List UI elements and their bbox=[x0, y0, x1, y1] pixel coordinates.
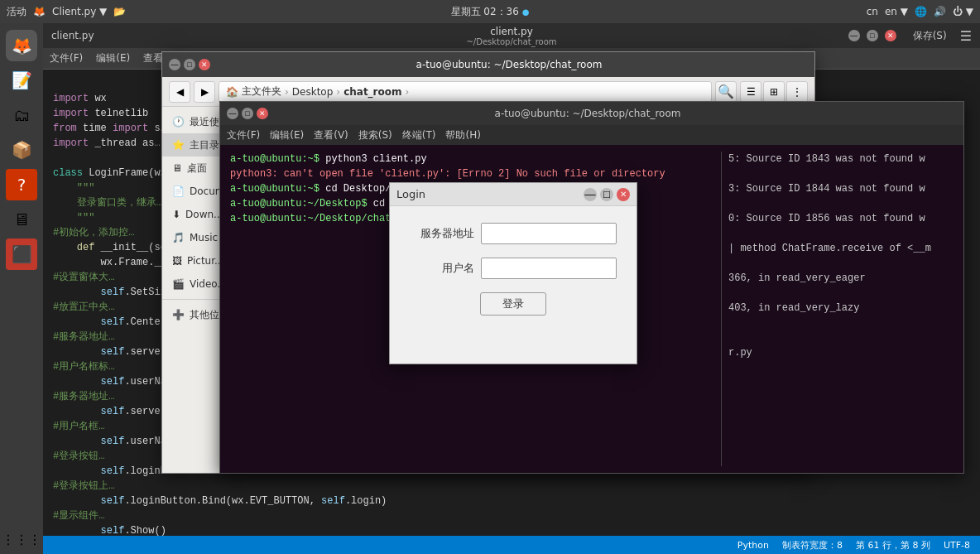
taskbar-files[interactable]: 🗂 bbox=[6, 99, 37, 131]
fm-list-view-btn[interactable]: ☰ bbox=[740, 81, 761, 103]
terminal-titlebar: — □ ✕ a-tuo@ubuntu: ~/Desktop/chat_room bbox=[220, 102, 963, 125]
filemanager-titlebar: — □ ✕ a-tuo@ubuntu: ~/Desktop/chat_room bbox=[162, 52, 814, 77]
fm-search-btn[interactable]: 🔍 bbox=[715, 81, 737, 103]
fm-view-buttons: ☰ ⊞ ⋮ bbox=[740, 81, 808, 103]
editor-titlebar-right: — □ ✕ 保存(S) ☰ bbox=[848, 28, 972, 44]
desktop-icon: 🖥 bbox=[172, 162, 182, 174]
breadcrumb-home-icon: 🏠 bbox=[226, 86, 238, 98]
editor-titlebar-left: client.py bbox=[51, 30, 94, 41]
terminal-menu-terminal[interactable]: 终端(T) bbox=[402, 128, 436, 142]
active-app-label: Client.py ▼ bbox=[52, 6, 107, 17]
terminal-cmd-2: cd Desktop/ bbox=[325, 183, 391, 195]
status-encoding: UTF-8 bbox=[944, 540, 970, 551]
status-bar: Python 制表符宽度：8 第 61 行，第 8 列 UTF-8 bbox=[43, 536, 980, 554]
breadcrumb-desktop[interactable]: Desktop bbox=[292, 86, 334, 98]
terminal-error-1: python3: can't open file 'client.py': [E… bbox=[230, 166, 714, 181]
taskbar-apps-grid[interactable]: ⋮⋮⋮ bbox=[2, 532, 41, 547]
pictures-label: Pictur... bbox=[187, 255, 224, 267]
system-time: 星期五 02：36 bbox=[451, 6, 519, 17]
terminal-right-line-12 bbox=[728, 316, 954, 330]
terminal-right-line-5: 0: Source ID 1856 was not found w bbox=[728, 211, 954, 226]
breadcrumb-home[interactable]: 主文件夹 bbox=[242, 84, 281, 99]
login-submit-button[interactable]: 登录 bbox=[480, 292, 546, 316]
layout-indicator[interactable]: en ▼ bbox=[885, 6, 908, 17]
editor-maximize-btn[interactable]: □ bbox=[867, 30, 878, 41]
lang-indicator[interactable]: cn bbox=[867, 6, 878, 17]
terminal-right-line-6 bbox=[728, 226, 954, 241]
terminal-menu-help[interactable]: 帮助(H) bbox=[445, 128, 480, 142]
terminal-title: a-tuo@ubuntu: ~/Desktop/chat_room bbox=[495, 108, 681, 119]
menu-edit[interactable]: 编辑(E) bbox=[96, 51, 130, 65]
taskbar-editor[interactable]: 📝 bbox=[6, 65, 37, 96]
activities-label[interactable]: 活动 bbox=[7, 5, 26, 19]
editor-titlebar: client.py client.py ~/Desktop/chat_room … bbox=[43, 23, 980, 48]
login-username-input[interactable] bbox=[481, 258, 617, 279]
terminal-maximize-btn[interactable]: □ bbox=[242, 108, 253, 119]
terminal-prompt-4: a-tuo@ubuntu:~/Desktop/chat bbox=[230, 213, 391, 224]
login-button-row: 登录 bbox=[410, 292, 617, 322]
terminal-menu-view[interactable]: 查看(V) bbox=[314, 128, 348, 142]
taskbar-software[interactable]: 📦 bbox=[6, 134, 37, 166]
fm-grid-view-btn[interactable]: ⊞ bbox=[763, 81, 785, 103]
terminal-right-line-1: 5: Source ID 1843 was not found w bbox=[728, 152, 954, 166]
terminal-prompt-2: a-tuo@ubuntu:~$ bbox=[230, 183, 325, 195]
login-body: 服务器地址 用户名 登录 bbox=[390, 206, 637, 364]
fm-close-btn[interactable]: ✕ bbox=[199, 59, 210, 70]
fm-forward-btn[interactable]: ▶ bbox=[194, 81, 215, 103]
terminal-menu-search[interactable]: 搜索(S) bbox=[358, 128, 392, 142]
editor-close-btn[interactable]: ✕ bbox=[885, 30, 896, 41]
status-position: 第 61 行，第 8 列 bbox=[856, 539, 930, 552]
terminal-prompt-1: a-tuo@ubuntu:~$ bbox=[230, 153, 325, 165]
fm-title: a-tuo@ubuntu: ~/Desktop/chat_room bbox=[416, 59, 603, 70]
fm-titlebar-buttons: — □ ✕ bbox=[169, 59, 210, 70]
status-tab: 制表符宽度：8 bbox=[782, 539, 843, 552]
login-minimize-btn[interactable]: — bbox=[584, 188, 597, 201]
fm-maximize-btn[interactable]: □ bbox=[184, 59, 195, 70]
status-lang: Python bbox=[737, 540, 769, 551]
login-close-btn[interactable]: ✕ bbox=[617, 188, 630, 201]
login-maximize-btn[interactable]: □ bbox=[600, 188, 613, 201]
terminal-right-line-4 bbox=[728, 196, 954, 211]
login-server-label: 服务器地址 bbox=[410, 226, 474, 241]
save-button[interactable]: 保存(S) bbox=[913, 29, 947, 43]
downloads-label: Down... bbox=[185, 209, 223, 220]
fm-menu-btn[interactable]: ⋮ bbox=[786, 81, 808, 103]
documents-icon: 📄 bbox=[172, 185, 185, 197]
terminal-minimize-btn[interactable]: — bbox=[227, 108, 238, 119]
editor-file-path: ~/Desktop/chat_room bbox=[466, 37, 556, 46]
login-server-input[interactable] bbox=[481, 223, 617, 244]
pictures-icon: 🖼 bbox=[172, 255, 182, 267]
terminal-right-pane: 5: Source ID 1843 was not found w 3: Sou… bbox=[722, 152, 954, 466]
desktop-label: 桌面 bbox=[187, 161, 207, 176]
editor-minimize-btn[interactable]: — bbox=[848, 30, 860, 41]
terminal-cmd-1: python3 client.py bbox=[325, 153, 426, 165]
breadcrumb-chatroom[interactable]: chat_room bbox=[343, 86, 401, 98]
taskbar-firefox[interactable]: 🦊 bbox=[6, 30, 37, 61]
videos-icon: 🎬 bbox=[172, 278, 185, 290]
downloads-icon: ⬇ bbox=[172, 209, 180, 220]
home-label: 主目录 bbox=[190, 138, 219, 152]
terminal-right-line-3: 3: Source ID 1844 was not found w bbox=[728, 181, 954, 196]
terminal-right-line-2 bbox=[728, 166, 954, 181]
open-icon: 📂 bbox=[113, 6, 126, 17]
taskbar-help[interactable]: ? bbox=[6, 169, 37, 200]
editor-subtitle-area: client.py ~/Desktop/chat_room bbox=[466, 26, 556, 46]
volume-icon: 🔊 bbox=[934, 6, 946, 17]
editor-title: client.py bbox=[51, 30, 94, 41]
terminal-menu-file[interactable]: 文件(F) bbox=[227, 128, 260, 142]
home-icon: ⭐ bbox=[172, 139, 185, 151]
fm-breadcrumb: 🏠 主文件夹 › Desktop › chat_room › bbox=[219, 81, 712, 103]
terminal-right-line-14: r.py bbox=[728, 345, 954, 360]
terminal-menu-edit[interactable]: 编辑(E) bbox=[270, 128, 304, 142]
hamburger-icon[interactable]: ☰ bbox=[960, 28, 972, 44]
taskbar-placeholder1: ⬛ bbox=[6, 238, 37, 270]
terminal-right-line-11: 403, in read_very_lazy bbox=[728, 301, 954, 316]
login-dialog-controls: — □ ✕ bbox=[584, 188, 630, 201]
login-title-text: Login bbox=[396, 188, 425, 200]
menu-file[interactable]: 文件(F) bbox=[50, 51, 83, 65]
terminal-close-btn[interactable]: ✕ bbox=[257, 108, 268, 119]
fm-back-btn[interactable]: ◀ bbox=[169, 81, 190, 103]
terminal-right-line-10 bbox=[728, 286, 954, 301]
taskbar-terminal[interactable]: 🖥 bbox=[6, 204, 37, 235]
fm-minimize-btn[interactable]: — bbox=[169, 59, 180, 70]
